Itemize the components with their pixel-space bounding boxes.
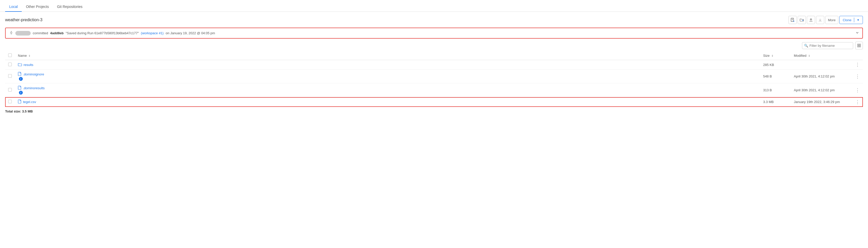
clone-button[interactable]: Clone ▼: [839, 16, 863, 24]
filter-row: 🔍: [5, 42, 863, 49]
commit-word: committed: [33, 31, 48, 35]
file-link-dominoignore[interactable]: .dominoignore: [18, 72, 757, 77]
file-size: 3.3 MB: [760, 97, 791, 107]
col-header-modified[interactable]: Modified ⇕: [791, 52, 852, 60]
file-icon: [18, 99, 22, 104]
clone-chevron-icon: ▼: [857, 19, 860, 22]
col-header-size[interactable]: Size ⇕: [760, 52, 791, 60]
commit-date: on January 19, 2022 @ 04:05 pm: [166, 31, 215, 35]
row-checkbox[interactable]: [8, 100, 12, 103]
commit-workspace-link[interactable]: (workspace #1): [141, 31, 164, 35]
file-name: .dominoignore: [23, 72, 44, 76]
more-button[interactable]: More: [825, 16, 839, 24]
tab-other-projects[interactable]: Other Projects: [22, 2, 53, 12]
row-actions-button[interactable]: ⋮: [855, 74, 860, 79]
info-icon[interactable]: i: [19, 91, 23, 95]
new-folder-icon: [800, 18, 804, 22]
file-modified: April 30th 2021, 4:12:02 pm: [791, 69, 852, 83]
row-checkbox[interactable]: [8, 74, 12, 78]
row-actions-button[interactable]: ⋮: [855, 62, 860, 67]
new-file-icon: [790, 18, 795, 22]
file-size: 285 KB: [760, 60, 791, 69]
tab-local[interactable]: Local: [5, 2, 22, 12]
table-row: tegel.csv3.3 MBJanuary 19th 2022, 3:46:2…: [5, 97, 863, 107]
file-modified: January 19th 2022, 3:46:29 pm: [791, 97, 852, 107]
commit-info: committed 4add8eb "Saved during Run 61e8…: [9, 31, 215, 35]
new-file-button[interactable]: [788, 16, 797, 24]
total-size-footer: Total size: 3.5 MB: [5, 107, 863, 114]
user-avatar-blur: [16, 31, 31, 35]
svg-rect-14: [858, 44, 859, 45]
file-name: tegel.csv: [23, 100, 36, 104]
table-row: .dominoresultsi313 BApril 30th 2021, 4:1…: [5, 83, 863, 97]
svg-point-11: [10, 32, 12, 33]
clone-button-label: Clone: [843, 18, 851, 22]
file-modified: April 30th 2021, 4:12:02 pm: [791, 83, 852, 97]
folder-icon: [18, 63, 22, 67]
file-name: results: [24, 63, 33, 67]
total-size-value: 3.5 MB: [22, 110, 33, 113]
file-icon: [18, 72, 22, 77]
row-actions-button[interactable]: ⋮: [855, 88, 860, 93]
commit-hash: 4add8eb: [50, 31, 64, 35]
filter-input-wrap: 🔍: [802, 42, 853, 49]
total-size-label: Total size:: [5, 110, 21, 113]
col-header-name[interactable]: Name ⇕: [15, 52, 760, 60]
grid-view-button[interactable]: [855, 42, 863, 49]
clone-divider: [854, 18, 854, 22]
filter-input[interactable]: [802, 42, 853, 49]
commit-icon: [9, 31, 13, 35]
info-icon[interactable]: i: [19, 77, 23, 81]
file-table: Name ⇕ Size ⇕ Modified ⇕: [5, 52, 863, 107]
toolbar-buttons: More Clone ▼: [788, 16, 863, 24]
main-content: weather-prediction-3: [0, 12, 868, 118]
file-size: 548 B: [760, 69, 791, 83]
commit-banner: committed 4add8eb "Saved during Run 61e8…: [5, 28, 863, 39]
table-row: results285 KB⋮: [5, 60, 863, 69]
svg-rect-17: [859, 46, 861, 47]
file-modified: [791, 60, 852, 69]
row-checkbox[interactable]: [8, 63, 12, 66]
table-row: .dominoignorei548 BApril 30th 2021, 4:12…: [5, 69, 863, 83]
download-icon: [818, 18, 822, 22]
commit-expand-chevron[interactable]: [856, 31, 859, 35]
svg-rect-16: [858, 46, 859, 47]
size-sort-icon: ⇕: [771, 55, 773, 57]
svg-rect-15: [859, 44, 861, 45]
name-sort-icon: ⇕: [28, 55, 30, 57]
commit-message: "Saved during Run 61e877b580f13b6beb47c1…: [66, 31, 139, 35]
upload-button[interactable]: [807, 16, 815, 24]
app-container: Local Other Projects Git Repositories we…: [0, 0, 868, 248]
grid-icon: [857, 44, 861, 47]
table-header-row: Name ⇕ Size ⇕ Modified ⇕: [5, 52, 863, 60]
row-checkbox[interactable]: [8, 88, 12, 92]
file-icon: [18, 86, 22, 91]
col-header-actions: [852, 52, 863, 60]
search-icon: 🔍: [804, 44, 808, 48]
new-folder-button[interactable]: [798, 16, 806, 24]
modified-sort-icon: ⇕: [808, 55, 810, 57]
col-header-check: [5, 52, 15, 60]
upload-icon: [809, 18, 813, 22]
file-table-body: results285 KB⋮ .dominoignorei548 BApril …: [5, 60, 863, 107]
tabs-bar: Local Other Projects Git Repositories: [0, 0, 868, 12]
top-row: weather-prediction-3: [5, 16, 863, 24]
file-link-dominoresults[interactable]: .dominoresults: [18, 86, 757, 91]
select-all-checkbox[interactable]: [8, 54, 12, 57]
row-actions-button[interactable]: ⋮: [855, 99, 860, 104]
file-link-results[interactable]: results: [18, 63, 757, 67]
tab-git-repositories[interactable]: Git Repositories: [53, 2, 87, 12]
more-button-label: More: [828, 18, 836, 22]
download-button[interactable]: [816, 16, 824, 24]
file-size: 313 B: [760, 83, 791, 97]
file-link-tegel-csv[interactable]: tegel.csv: [18, 99, 757, 104]
file-name: .dominoresults: [23, 86, 45, 90]
project-title: weather-prediction-3: [5, 18, 42, 22]
